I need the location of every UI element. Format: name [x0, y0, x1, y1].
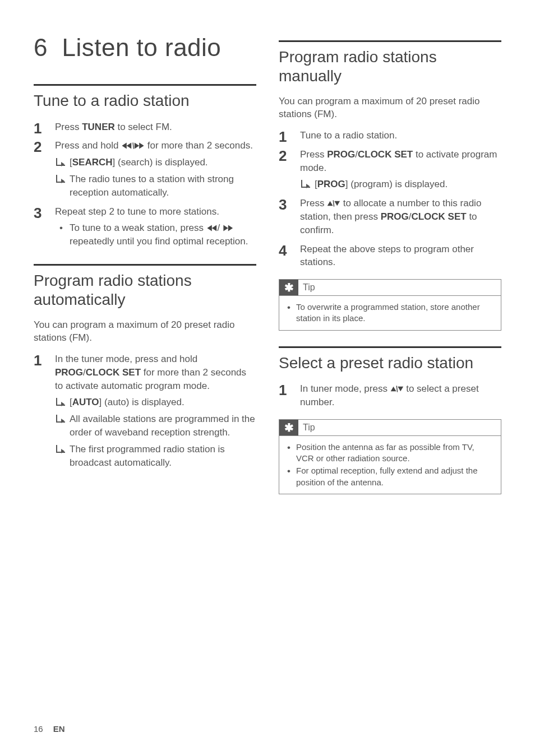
tip-bullet-antenna-2: For optimal reception, fully extend and …: [286, 465, 494, 488]
page-footer: 16 EN: [34, 724, 65, 734]
tip-header: ✱ Tip: [279, 280, 501, 295]
tune-step-2: Press and hold for more than 2 seconds. …: [34, 139, 256, 199]
tip-box-antenna: ✱ Tip Position the antenna as far as pos…: [279, 419, 501, 494]
manual-step-4: Repeat the above steps to program other …: [279, 243, 501, 270]
section-manual-heading: Program radio stations manually: [279, 40, 501, 85]
tune-step-2-result-2: The radio tunes to a station with strong…: [55, 173, 256, 200]
section-auto-heading: Program radio stations automatically: [34, 264, 256, 309]
up-down-icon: [327, 200, 340, 207]
prev-next-icon: [121, 142, 145, 150]
auto-step-1: In the tuner mode, press and hold PROG/C…: [34, 353, 256, 469]
tip-body-2: Position the antenna as far as possible …: [279, 435, 501, 494]
preset-steps: In tuner mode, press to select a preset …: [279, 382, 501, 409]
page-number: 16: [34, 724, 43, 734]
right-column: Program radio stations manually You can …: [279, 34, 501, 494]
manual-steps: Tune to a radio station. Press PROG/CLOC…: [279, 129, 501, 269]
tip-asterisk-icon: ✱: [279, 280, 298, 295]
preset-step-1: In tuner mode, press to select a preset …: [279, 382, 501, 409]
manual-step-2-result: [PROG] (program) is displayed.: [300, 178, 501, 191]
auto-steps: In the tuner mode, press and hold PROG/C…: [34, 353, 256, 469]
tip-body: To overwrite a programmed station, store…: [279, 295, 501, 330]
auto-step-1-result-1: [AUTO] (auto) is displayed.: [55, 396, 256, 409]
section-tune-heading: Tune to a radio station: [34, 84, 256, 110]
tune-step-1: Press TUNER to select FM.: [34, 120, 256, 134]
tune-steps: Press TUNER to select FM. Press and hold…: [34, 120, 256, 248]
auto-step-1-result-3: The first programmed radio station is br…: [55, 443, 256, 470]
manual-step-2: Press PROG/CLOCK SET to activate program…: [279, 148, 501, 191]
chapter-number: 6: [34, 34, 48, 61]
up-down-icon: [390, 385, 404, 393]
tip-bullet-antenna-1: Position the antenna as far as possible …: [286, 442, 494, 465]
tip-asterisk-icon-2: ✱: [279, 420, 298, 435]
chapter-text: Listen to radio: [62, 34, 221, 61]
manual-step-3: Press to allocate a number to this radio…: [279, 197, 501, 236]
auto-intro: You can program a maximum of 20 preset r…: [34, 319, 256, 345]
manual-intro: You can program a maximum of 20 preset r…: [279, 95, 501, 121]
tip-label: Tip: [303, 282, 315, 293]
tip-label-2: Tip: [303, 423, 315, 433]
manual-step-1: Tune to a radio station.: [279, 129, 501, 142]
tune-step-3: Repeat step 2 to tune to more stations. …: [34, 205, 256, 248]
next-icon: [223, 224, 234, 232]
tip-bullet: To overwrite a programmed station, store…: [286, 302, 494, 324]
auto-step-1-result-2: All available stations are programmed in…: [55, 412, 256, 439]
tune-step-2-result-1: [SEARCH] (search) is displayed.: [55, 156, 256, 169]
tip-header-2: ✱ Tip: [279, 420, 501, 435]
chapter-title: 6 Listen to radio: [34, 34, 256, 62]
left-column: 6 Listen to radio Tune to a radio statio…: [34, 34, 256, 494]
section-preset-heading: Select a preset radio station: [279, 346, 501, 373]
prev-icon: [206, 224, 218, 232]
tune-step-3-bullet: To tune to a weak station, press / repea…: [55, 221, 256, 248]
tip-box-overwrite: ✱ Tip To overwrite a programmed station,…: [279, 279, 501, 331]
page-language: EN: [53, 724, 65, 734]
